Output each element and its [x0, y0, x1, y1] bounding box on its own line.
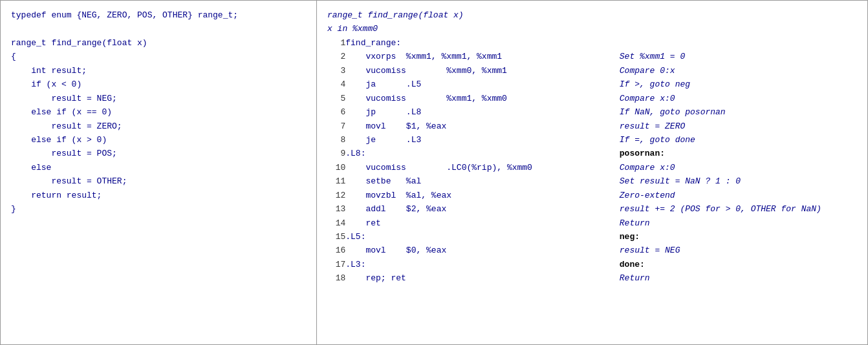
asm-instruction: rep; ret	[345, 271, 620, 285]
asm-line-num: 5	[327, 92, 345, 105]
asm-instruction: vxorps %xmm1, %xmm1, %xmm1	[345, 50, 620, 63]
asm-instruction: find_range:	[345, 36, 620, 50]
asm-row: 9.L8:posornan:	[327, 147, 857, 160]
asm-line-num: 2	[327, 50, 345, 63]
asm-line-num: 15	[327, 230, 345, 244]
asm-line-num: 6	[327, 105, 345, 119]
right-header: range_t find_range(float x) x in %xmm0	[327, 8, 857, 36]
asm-instruction: je .L3	[345, 133, 620, 147]
asm-instruction: addl $2, %eax	[345, 202, 620, 216]
asm-comment: Set %xmm1 = 0	[620, 50, 857, 63]
asm-instruction: movl $1, %eax	[345, 120, 620, 133]
asm-comment: Compare x:0	[620, 92, 857, 105]
asm-row: 18 rep; retReturn	[327, 271, 857, 285]
asm-row: 12 movzbl %al, %eaxZero-extend	[327, 189, 857, 202]
asm-instruction: vucomiss %xmm1, %xmm0	[345, 92, 620, 105]
asm-instruction: movzbl %al, %eax	[345, 189, 620, 202]
left-code: typedef enum {NEG, ZERO, POS, OTHER} ran…	[11, 8, 306, 216]
asm-comment: done:	[620, 258, 857, 271]
left-code-line: result = ZERO;	[11, 120, 306, 133]
left-code-line: {	[11, 50, 306, 63]
asm-comment: Compare 0:x	[620, 64, 857, 78]
right-header-line1: range_t find_range(float x)	[327, 8, 857, 22]
left-code-line: if (x < 0)	[11, 78, 306, 91]
asm-comment	[620, 36, 857, 50]
asm-line-num: 10	[327, 161, 345, 174]
asm-row: 2 vxorps %xmm1, %xmm1, %xmm1Set %xmm1 = …	[327, 50, 857, 63]
asm-line-num: 11	[327, 174, 345, 188]
asm-line-num: 9	[327, 147, 345, 160]
asm-row: 8 je .L3If =, goto done	[327, 133, 857, 147]
left-code-line: result = NEG;	[11, 92, 306, 105]
asm-line-num: 8	[327, 133, 345, 147]
asm-instruction: .L8:	[345, 147, 620, 160]
asm-comment: Set result = NaN ? 1 : 0	[620, 174, 857, 188]
asm-comment: result = ZERO	[620, 120, 857, 133]
asm-comment: Return	[620, 271, 857, 285]
asm-row: 6 jp .L8If NaN, goto posornan	[327, 105, 857, 119]
left-code-line: result = OTHER;	[11, 174, 306, 188]
asm-instruction: setbe %al	[345, 174, 620, 188]
asm-row: 11 setbe %alSet result = NaN ? 1 : 0	[327, 174, 857, 188]
asm-line-num: 12	[327, 189, 345, 202]
asm-comment: result += 2 (POS for > 0, OTHER for NaN)	[620, 202, 857, 216]
asm-line-num: 1	[327, 36, 345, 50]
asm-instruction: vucomiss .LC0(%rip), %xmm0	[345, 161, 620, 174]
asm-row: 15.L5:neg:	[327, 230, 857, 244]
left-code-line: }	[11, 202, 306, 216]
asm-row: 4 ja .L5If >, goto neg	[327, 78, 857, 91]
left-code-line	[11, 22, 306, 36]
asm-row: 7 movl $1, %eaxresult = ZERO	[327, 120, 857, 133]
left-code-line: return result;	[11, 189, 306, 202]
asm-instruction: .L5:	[345, 230, 620, 244]
left-code-line: range_t find_range(float x)	[11, 36, 306, 50]
asm-comment: Return	[620, 216, 857, 230]
left-code-line: int result;	[11, 64, 306, 78]
asm-comment: If =, goto done	[620, 133, 857, 147]
asm-line-num: 18	[327, 271, 345, 285]
right-header-line2: x in %xmm0	[327, 22, 857, 36]
asm-comment: If >, goto neg	[620, 78, 857, 91]
asm-instruction: jp .L8	[345, 105, 620, 119]
asm-line-num: 4	[327, 78, 345, 91]
left-code-line: else if (x == 0)	[11, 105, 306, 119]
asm-comment: result = NEG	[620, 244, 857, 257]
left-code-line: typedef enum {NEG, ZERO, POS, OTHER} ran…	[11, 8, 306, 22]
asm-row: 10 vucomiss .LC0(%rip), %xmm0Compare x:0	[327, 161, 857, 174]
asm-instruction: ja .L5	[345, 78, 620, 91]
asm-line-num: 3	[327, 64, 345, 78]
left-code-line: else	[11, 161, 306, 174]
asm-line-num: 16	[327, 244, 345, 257]
asm-comment: If NaN, goto posornan	[620, 105, 857, 119]
asm-line-num: 17	[327, 258, 345, 271]
asm-comment: Compare x:0	[620, 161, 857, 174]
asm-table: 1find_range:2 vxorps %xmm1, %xmm1, %xmm1…	[327, 36, 857, 286]
asm-row: 1find_range:	[327, 36, 857, 50]
asm-comment: Zero-extend	[620, 189, 857, 202]
asm-instruction: ret	[345, 216, 620, 230]
left-code-line: result = POS;	[11, 147, 306, 160]
asm-comment: neg:	[620, 230, 857, 244]
asm-comment: posornan:	[620, 147, 857, 160]
right-panel: range_t find_range(float x) x in %xmm0 1…	[317, 0, 868, 345]
asm-row: 5 vucomiss %xmm1, %xmm0Compare x:0	[327, 92, 857, 105]
asm-instruction: vucomiss %xmm0, %xmm1	[345, 64, 620, 78]
left-code-line: else if (x > 0)	[11, 133, 306, 147]
asm-instruction: .L3:	[345, 258, 620, 271]
asm-line-num: 7	[327, 120, 345, 133]
asm-instruction: movl $0, %eax	[345, 244, 620, 257]
asm-row: 17.L3:done:	[327, 258, 857, 271]
left-panel: typedef enum {NEG, ZERO, POS, OTHER} ran…	[0, 0, 317, 345]
asm-row: 3 vucomiss %xmm0, %xmm1Compare 0:x	[327, 64, 857, 78]
asm-line-num: 13	[327, 202, 345, 216]
asm-line-num: 14	[327, 216, 345, 230]
asm-row: 16 movl $0, %eaxresult = NEG	[327, 244, 857, 257]
asm-row: 14 retReturn	[327, 216, 857, 230]
asm-row: 13 addl $2, %eaxresult += 2 (POS for > 0…	[327, 202, 857, 216]
